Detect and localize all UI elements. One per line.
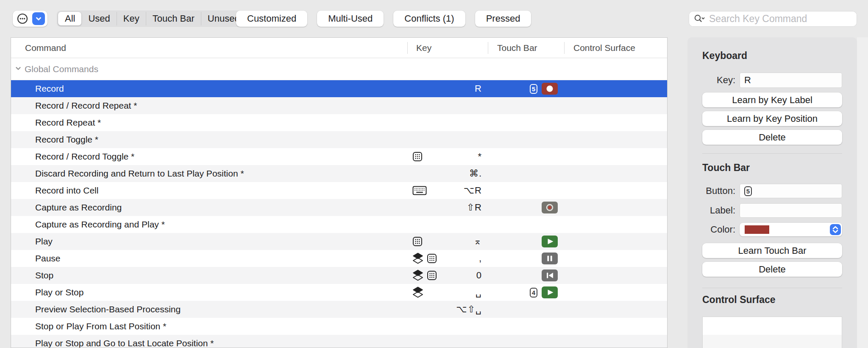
disclosure-chevron-icon[interactable] <box>14 65 22 74</box>
segment-all[interactable]: All <box>58 12 81 25</box>
table-row[interactable]: Play or Stop␣4 <box>11 284 667 301</box>
command-cell: Stop <box>11 267 407 284</box>
column-divider <box>564 42 565 54</box>
control-surface-cell <box>564 301 667 318</box>
command-cell: Record into Cell <box>11 182 407 199</box>
key-field[interactable]: R <box>740 73 842 88</box>
control-surface-cell <box>564 80 667 97</box>
table-row[interactable]: Discard Recording and Return to Last Pla… <box>11 165 667 182</box>
segment-touch-bar[interactable]: Touch Bar <box>146 12 201 25</box>
key-cell: ⌥⇧␣ <box>407 301 488 318</box>
command-cell: Preview Selection-Based Processing <box>11 301 407 318</box>
key-cell <box>407 97 488 114</box>
key-shortcut: R <box>475 83 488 94</box>
record-gray-icon <box>542 202 558 213</box>
command-cell: Play or Stop <box>11 284 407 301</box>
table-row[interactable]: Record Repeat * <box>11 114 667 131</box>
group-label: Global Commands <box>25 64 98 74</box>
control-surface-cell <box>564 267 667 284</box>
pressed-button[interactable]: Pressed <box>475 11 531 27</box>
control-surface-cell <box>564 318 667 335</box>
key-cell: ⌅ <box>407 233 488 250</box>
key-cell <box>407 335 488 348</box>
key-cell: ⌘. <box>407 165 488 182</box>
touchbar-buttons: Learn Touch BarDelete <box>702 243 842 277</box>
touchbar-label-field[interactable] <box>740 203 842 218</box>
table-row[interactable]: Play⌅ <box>11 233 667 250</box>
key-shortcut: ⇧R <box>467 202 488 213</box>
command-cell: Stop or Play From Last Position * <box>11 318 407 335</box>
key-shortcut: ⌅ <box>474 236 488 247</box>
table-row[interactable]: Preview Selection-Based Processing⌥⇧␣ <box>11 301 667 318</box>
filter-segmented-control: AllUsedKeyTouch BarUnused <box>57 11 248 27</box>
chevron-down-icon[interactable] <box>32 12 45 25</box>
pause-icon <box>542 253 558 264</box>
inspector-panel: Keyboard Key: R Learn by Key LabelLearn … <box>687 37 857 348</box>
touchbar-button-badge: 5 <box>744 186 752 196</box>
segment-key[interactable]: Key <box>117 12 146 25</box>
column-header-control-surface[interactable]: Control Surface <box>564 43 667 53</box>
touchbar-color-popup[interactable] <box>740 223 842 236</box>
control-surface-empty-row <box>703 317 842 335</box>
table-row[interactable]: Record into Cell⌥R <box>11 182 667 199</box>
table-row[interactable]: Record / Record Repeat * <box>11 97 667 114</box>
table-row[interactable]: Stop0 <box>11 267 667 284</box>
key-cell: ⇧R <box>407 199 488 216</box>
key-cell: ⌥R <box>407 182 488 199</box>
conflicts-1-button[interactable]: Conflicts (1) <box>393 11 465 27</box>
table-row[interactable]: RecordR5 <box>11 80 667 97</box>
control-surface-section-title: Control Surface <box>702 294 842 306</box>
column-divider <box>407 42 408 54</box>
table-row[interactable]: Record / Record Toggle ** <box>11 148 667 165</box>
stepper-icon[interactable] <box>830 224 841 235</box>
table-row[interactable]: Capture as Recording and Play * <box>11 216 667 233</box>
column-header-command[interactable]: Command <box>11 43 407 53</box>
key-shortcut: * <box>478 151 488 162</box>
touchbar-button-field-label: Button: <box>702 185 735 196</box>
command-cell: Play or Stop and Go to Last Locate Posit… <box>11 335 407 348</box>
customized-button[interactable]: Customized <box>236 11 307 27</box>
touchbar-label-field-label: Label: <box>702 205 735 216</box>
table-row[interactable]: Record Toggle * <box>11 131 667 148</box>
learn-by-key-label-button[interactable]: Learn by Key Label <box>702 93 842 107</box>
search-field[interactable] <box>689 11 857 27</box>
column-header-touch-bar[interactable]: Touch Bar <box>488 43 564 53</box>
search-input[interactable] <box>709 13 852 25</box>
key-cell <box>407 318 488 335</box>
column-header-key[interactable]: Key <box>407 43 488 53</box>
command-cell: Record Repeat * <box>11 114 407 131</box>
touchbar-cell <box>488 250 564 267</box>
key-shortcut: ␣ <box>476 287 488 298</box>
actions-menu-button[interactable] <box>13 11 47 27</box>
keyboard-icon <box>412 186 427 195</box>
table-row[interactable]: Pause, <box>11 250 667 267</box>
numpad-icon <box>412 152 423 162</box>
command-cell: Record / Record Repeat * <box>11 97 407 114</box>
table-body: RecordR5Record / Record Repeat *Record R… <box>11 80 667 348</box>
key-shortcut: ⌥R <box>464 185 488 196</box>
key-cell: , <box>407 250 488 267</box>
learn-by-key-position-button[interactable]: Learn by Key Position <box>702 111 842 126</box>
layers-icon <box>412 286 423 298</box>
touchbar-button-field[interactable]: 5 <box>740 184 842 198</box>
control-surface-list[interactable] <box>702 317 842 348</box>
learn-touch-bar-button[interactable]: Learn Touch Bar <box>702 243 842 258</box>
touchbar-cell: 5 <box>488 80 564 97</box>
section-divider <box>702 153 842 154</box>
toolbar-filter-buttons: CustomizedMulti-UsedConflicts (1)Pressed <box>236 11 531 27</box>
table-row[interactable]: Capture as Recording⇧R <box>11 199 667 216</box>
key-cell <box>407 131 488 148</box>
multi-used-button[interactable]: Multi-Used <box>317 11 384 27</box>
group-row-global-commands[interactable]: Global Commands <box>11 58 667 80</box>
delete-button[interactable]: Delete <box>702 130 842 145</box>
table-row[interactable]: Play or Stop and Go to Last Locate Posit… <box>11 335 667 348</box>
delete-button[interactable]: Delete <box>702 262 842 277</box>
touchbar-cell <box>488 148 564 165</box>
table-row[interactable]: Stop or Play From Last Position * <box>11 318 667 335</box>
command-cell: Capture as Recording and Play * <box>11 216 407 233</box>
segment-used[interactable]: Used <box>81 12 116 25</box>
control-surface-empty-row <box>703 335 842 348</box>
command-cell: Discard Recording and Return to Last Pla… <box>11 165 407 182</box>
scrollbar-track[interactable] <box>857 37 868 348</box>
key-cell: 0 <box>407 267 488 284</box>
